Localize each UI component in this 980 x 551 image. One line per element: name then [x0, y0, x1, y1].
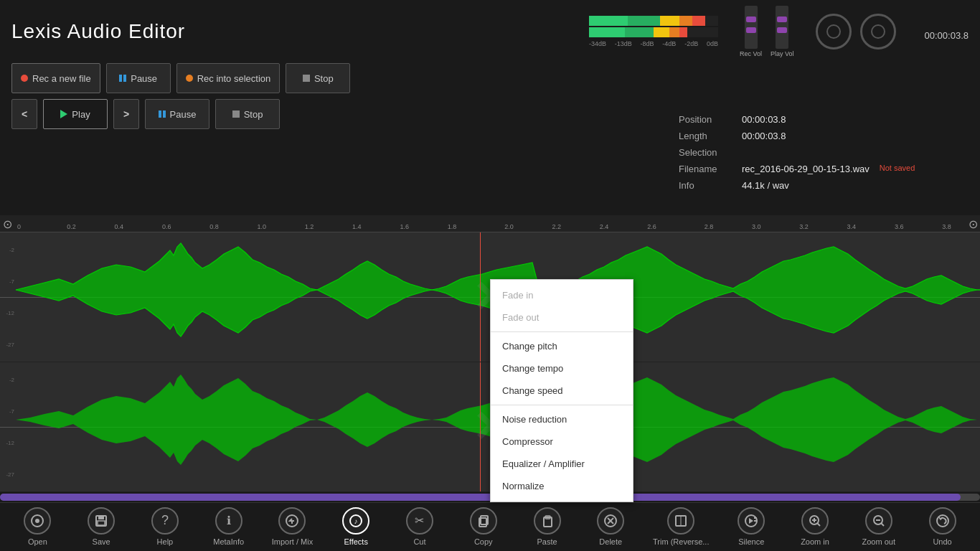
menu-item-fade-out[interactable]: Fade out	[491, 306, 633, 329]
copy-icon	[470, 507, 497, 534]
tick-1-6: 1.6	[400, 223, 409, 230]
delete-icon	[597, 507, 624, 534]
tick-0-2: 0.2	[67, 223, 76, 230]
rec-vol-slider[interactable]	[745, 6, 758, 49]
timer-display: 00:00:03.8	[925, 30, 969, 41]
app-title: Lexis Audio Editor	[11, 20, 185, 43]
stop-button-row2[interactable]: Stop	[215, 99, 280, 129]
delete-button[interactable]: Delete	[589, 507, 632, 547]
metainfo-button[interactable]: ℹ MetaInfo	[207, 507, 250, 547]
undo-button[interactable]: Undo	[921, 507, 964, 547]
reel-right	[860, 14, 896, 50]
zoom-out-label: Zoom out	[862, 537, 895, 547]
svg-text:♪: ♪	[354, 517, 358, 525]
menu-separator-2	[491, 405, 633, 405]
tick-0: 0	[17, 223, 21, 230]
trim-label: Trim (Reverse...	[653, 537, 709, 547]
svg-point-3	[35, 519, 39, 523]
vol-controls: Rec Vol Play Vol	[740, 6, 794, 57]
import-mix-label: Import / Mix	[272, 537, 313, 547]
channel-bottom-ylabels: -2 -7 -12 -27	[0, 362, 16, 491]
rec-vol-control[interactable]: Rec Vol	[740, 6, 762, 57]
info-panel: Position 00:00:03.8 Length 00:00:03.8 Se…	[679, 111, 966, 194]
trim-button[interactable]: Trim (Reverse...	[653, 507, 709, 547]
rec-into-selection-button[interactable]: Rec into selection	[176, 63, 281, 93]
menu-item-change-tempo[interactable]: Change tempo	[491, 357, 633, 380]
trim-icon	[667, 507, 694, 534]
vu-labels: -34dB-13dB-8dB-4dB-2dB0dB	[589, 40, 718, 47]
tick-1-4: 1.4	[352, 223, 362, 230]
delete-label: Delete	[599, 537, 622, 547]
tick-0-8: 0.8	[209, 223, 219, 230]
help-label: Help	[157, 537, 174, 547]
silence-button[interactable]: Silence	[730, 507, 773, 547]
zoom-in-icon	[801, 507, 829, 534]
filename-row: Filename rec_2016-06-29_00-15-13.wav Not…	[679, 161, 966, 177]
help-button[interactable]: ? Help	[143, 507, 187, 547]
vu-bar-top	[589, 16, 718, 26]
copy-label: Copy	[474, 537, 493, 547]
svg-rect-5	[98, 516, 104, 519]
play-vol-label: Play Vol	[771, 50, 794, 57]
play-button[interactable]: Play	[43, 99, 108, 129]
tick-0-4: 0.4	[115, 223, 124, 230]
silence-icon	[738, 507, 765, 534]
tick-0-6: 0.6	[162, 223, 171, 230]
stop-button-row1[interactable]: Stop	[286, 63, 350, 93]
save-label: Save	[93, 537, 110, 547]
tick-3-8: 3.8	[942, 223, 951, 230]
menu-item-fade-in[interactable]: Fade in	[491, 284, 633, 306]
import-mix-icon	[278, 507, 306, 534]
menu-item-equalizer[interactable]: Equalizer / Amplifier	[491, 453, 633, 475]
effects-label: Effects	[344, 537, 367, 547]
tick-2-6: 2.6	[647, 223, 656, 230]
ruler-pin-left: ⊙	[0, 217, 14, 231]
effects-button[interactable]: ♪ Effects	[334, 507, 377, 547]
menu-item-compressor[interactable]: Compressor	[491, 430, 633, 453]
metainfo-icon: ℹ	[215, 507, 242, 534]
stop-icon-row1	[303, 75, 310, 82]
save-button[interactable]: Save	[80, 507, 123, 547]
pause-button-row2[interactable]: Pause	[145, 99, 209, 129]
help-icon: ?	[151, 507, 179, 534]
vu-bar-bottom	[589, 27, 718, 37]
menu-item-change-speed[interactable]: Change speed	[491, 380, 633, 402]
tick-2-2: 2.2	[552, 223, 562, 230]
tick-1-0: 1.0	[257, 223, 266, 230]
play-icon	[60, 110, 67, 118]
cut-label: Cut	[413, 537, 425, 547]
scrollbar-thumb[interactable]	[0, 494, 961, 501]
pause-button-row1[interactable]: Pause	[106, 63, 171, 93]
reel-icons	[816, 14, 896, 50]
zoom-in-button[interactable]: Zoom in	[793, 507, 837, 547]
channel-top-ylabels: -2 -7 -12 -27	[0, 232, 16, 362]
svg-line-25	[818, 523, 821, 526]
pause-icon-2	[159, 110, 166, 118]
import-mix-button[interactable]: Import / Mix	[270, 507, 314, 547]
menu-item-normalize[interactable]: Normalize	[491, 475, 633, 497]
svg-rect-6	[98, 521, 105, 525]
zoom-out-button[interactable]: Zoom out	[857, 507, 900, 547]
svg-marker-21	[749, 518, 753, 524]
prev-button[interactable]: <	[11, 99, 37, 129]
stop-icon-row2	[232, 110, 240, 118]
ruler-pin-right: ⊙	[966, 217, 980, 231]
next-button[interactable]: >	[113, 99, 139, 129]
silence-label: Silence	[738, 537, 764, 547]
open-button[interactable]: Open	[16, 507, 59, 547]
effects-icon: ♪	[342, 507, 369, 534]
cut-button[interactable]: ✂ Cut	[398, 507, 441, 547]
header: Lexis Audio Editor -34dB-13dB-8dB-4d	[0, 0, 980, 60]
play-vol-control[interactable]: Play Vol	[771, 6, 794, 57]
cut-icon: ✂	[406, 507, 433, 534]
rec-new-file-button[interactable]: Rec a new file	[11, 63, 100, 93]
menu-item-noise-reduction[interactable]: Noise reduction	[491, 408, 633, 430]
not-saved-badge: Not saved	[880, 164, 915, 174]
menu-item-change-pitch[interactable]: Change pitch	[491, 335, 633, 357]
play-vol-slider[interactable]	[776, 6, 788, 49]
menu-separator-1	[491, 331, 633, 332]
paste-button[interactable]: Paste	[526, 507, 569, 547]
copy-button[interactable]: Copy	[462, 507, 505, 547]
undo-icon	[929, 507, 956, 534]
paste-label: Paste	[537, 537, 557, 547]
